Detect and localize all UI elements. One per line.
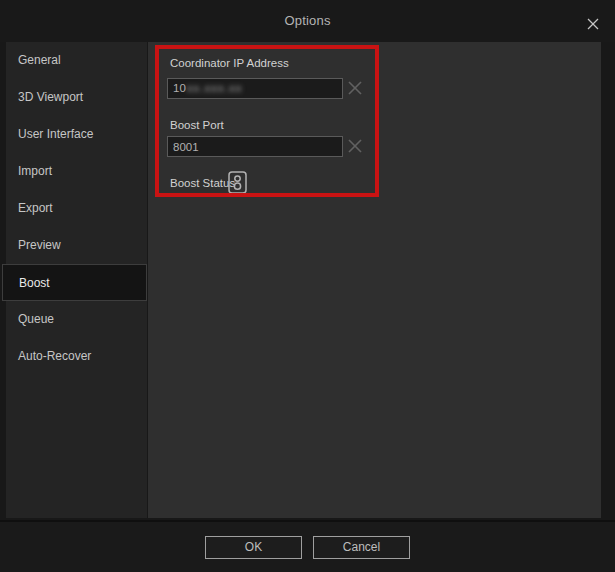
dialog-footer: OK Cancel [0,520,615,572]
boost-port-input[interactable] [167,136,343,157]
sidebar-item-boost[interactable]: Boost [2,264,147,301]
title-bar: Options [0,0,615,42]
boost-settings-panel [148,42,601,518]
close-icon[interactable] [585,16,601,32]
sidebar-item-user-interface[interactable]: User Interface [6,116,147,153]
options-sidebar: General 3D Viewport User Interface Impor… [6,42,147,518]
boost-status-label: Boost Status [170,176,235,190]
coordinator-ip-visible: 10 [173,79,186,98]
cancel-button[interactable]: Cancel [313,536,410,559]
sidebar-item-3d-viewport[interactable]: 3D Viewport [6,79,147,116]
sidebar-item-export[interactable]: Export [6,190,147,227]
coordinator-ip-input[interactable]: 10xx.xxx.xx [167,78,343,99]
sidebar-item-preview[interactable]: Preview [6,227,147,264]
coordinator-ip-label: Coordinator IP Address [170,56,289,70]
sidebar-item-queue[interactable]: Queue [6,301,147,338]
sidebar-item-general[interactable]: General [6,42,147,79]
coordinator-ip-redacted: xx.xxx.xx [187,79,243,98]
options-dialog: Options General 3D Viewport User Interfa… [0,0,615,572]
sidebar-item-auto-recover[interactable]: Auto-Recover [6,338,147,375]
boost-status-icon [228,171,247,194]
clear-ip-icon[interactable] [348,81,362,95]
dialog-title: Options [0,13,615,28]
boost-port-label: Boost Port [170,118,224,132]
ok-button[interactable]: OK [205,536,302,559]
sidebar-item-import[interactable]: Import [6,153,147,190]
clear-port-icon[interactable] [348,139,362,153]
